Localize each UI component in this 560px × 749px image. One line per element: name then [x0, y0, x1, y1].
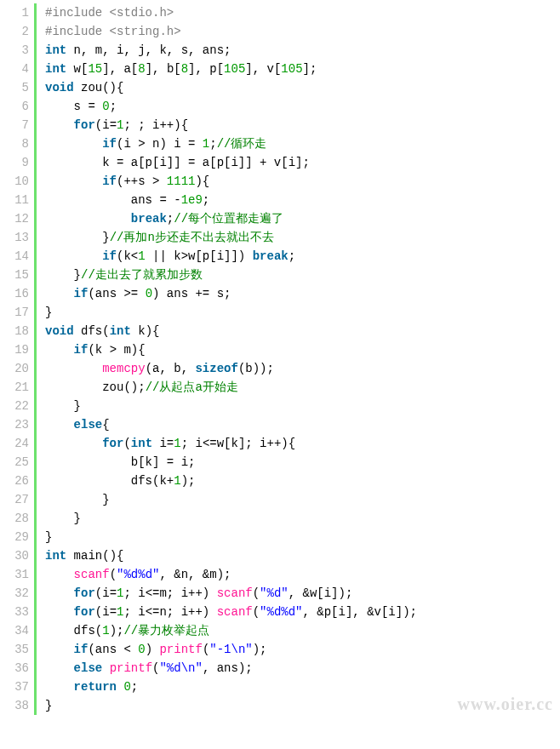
- line-number: 2: [0, 22, 29, 41]
- code-line: void dfs(int k){: [45, 322, 417, 340]
- line-number: 23: [0, 415, 29, 434]
- code-body: #include <stdio.h>#include <string.h>int…: [37, 3, 417, 715]
- code-line: k = a[p[i]] = a[p[i]] + v[i];: [45, 153, 417, 172]
- line-number: 11: [0, 191, 29, 209]
- line-number: 6: [0, 97, 29, 116]
- code-line: void zou(){: [45, 78, 417, 97]
- code-line: }//再加n步还走不出去就出不去: [45, 228, 417, 247]
- line-number: 19: [0, 340, 29, 359]
- line-number: 7: [0, 116, 29, 134]
- code-line: if(k > m){: [45, 340, 417, 359]
- line-number: 36: [0, 659, 29, 678]
- line-number: 27: [0, 490, 29, 509]
- code-line: zou();//从起点a开始走: [45, 378, 417, 397]
- line-number: 13: [0, 228, 29, 247]
- code-line: if(++s > 1111){: [45, 172, 417, 191]
- code-line: }: [45, 490, 417, 509]
- code-line: if(ans >= 0) ans += s;: [45, 284, 417, 303]
- code-line: memcpy(a, b, sizeof(b));: [45, 359, 417, 378]
- line-number: 22: [0, 397, 29, 415]
- line-number: 34: [0, 621, 29, 640]
- line-number: 21: [0, 378, 29, 397]
- code-line: if(k<1 || k>w[p[i]]) break;: [45, 247, 417, 266]
- code-line: dfs(k+1);: [45, 472, 417, 490]
- code-line: }: [45, 696, 417, 715]
- line-number: 32: [0, 584, 29, 603]
- line-number: 9: [0, 153, 29, 172]
- code-line: else{: [45, 415, 417, 434]
- code-line: }: [45, 303, 417, 322]
- code-line: int main(){: [45, 546, 417, 565]
- line-number: 10: [0, 172, 29, 191]
- line-number: 28: [0, 509, 29, 528]
- line-number: 8: [0, 134, 29, 153]
- code-line: else printf("%d\n", ans);: [45, 659, 417, 678]
- code-line: break;//每个位置都走遍了: [45, 209, 417, 228]
- code-line: for(i=1; i<=n; i++) scanf("%d%d", &p[i],…: [45, 603, 417, 621]
- code-line: s = 0;: [45, 97, 417, 116]
- line-number: 33: [0, 603, 29, 621]
- line-number: 4: [0, 60, 29, 78]
- line-number: 38: [0, 696, 29, 715]
- line-number: 31: [0, 565, 29, 584]
- line-number: 12: [0, 209, 29, 228]
- line-number: 26: [0, 472, 29, 490]
- code-line: return 0;: [45, 678, 417, 696]
- line-number: 20: [0, 359, 29, 378]
- code-block: 1234567891011121314151617181920212223242…: [0, 0, 560, 718]
- line-number: 24: [0, 434, 29, 453]
- code-line: }: [45, 528, 417, 546]
- line-number: 17: [0, 303, 29, 322]
- code-line: b[k] = i;: [45, 453, 417, 472]
- line-number: 25: [0, 453, 29, 472]
- line-number: 14: [0, 247, 29, 266]
- code-line: }//走出去了就累加步数: [45, 266, 417, 284]
- code-line: #include <stdio.h>: [45, 3, 417, 22]
- code-line: ans = -1e9;: [45, 191, 417, 209]
- line-number: 16: [0, 284, 29, 303]
- code-line: for(i=1; i<=m; i++) scanf("%d", &w[i]);: [45, 584, 417, 603]
- code-line: for(i=1; ; i++){: [45, 116, 417, 134]
- line-number: 35: [0, 640, 29, 659]
- code-line: if(i > n) i = 1;//循环走: [45, 134, 417, 153]
- code-line: #include <string.h>: [45, 22, 417, 41]
- line-number: 37: [0, 678, 29, 696]
- line-number: 3: [0, 41, 29, 60]
- code-line: int w[15], a[8], b[8], p[105], v[105];: [45, 60, 417, 78]
- code-line: }: [45, 509, 417, 528]
- line-number-gutter: 1234567891011121314151617181920212223242…: [0, 3, 34, 715]
- line-number: 5: [0, 78, 29, 97]
- code-line: for(int i=1; i<=w[k]; i++){: [45, 434, 417, 453]
- code-line: dfs(1);//暴力枚举起点: [45, 621, 417, 640]
- code-line: scanf("%d%d", &n, &m);: [45, 565, 417, 584]
- line-number: 15: [0, 266, 29, 284]
- line-number: 18: [0, 322, 29, 340]
- code-line: if(ans < 0) printf("-1\n");: [45, 640, 417, 659]
- line-number: 30: [0, 546, 29, 565]
- line-number: 29: [0, 528, 29, 546]
- code-line: int n, m, i, j, k, s, ans;: [45, 41, 417, 60]
- code-line: }: [45, 397, 417, 415]
- line-number: 1: [0, 3, 29, 22]
